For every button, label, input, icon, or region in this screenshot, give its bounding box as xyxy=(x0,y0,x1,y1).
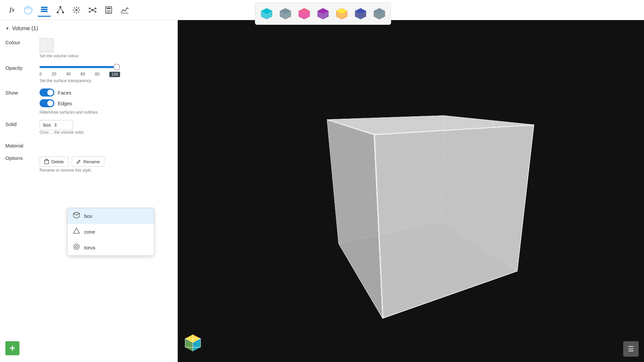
shape-btn-cyan[interactable] xyxy=(258,5,275,22)
svg-point-31 xyxy=(108,10,109,11)
tick-100: 100 xyxy=(109,72,120,77)
layers-icon[interactable] xyxy=(38,3,51,17)
opacity-label: Opacity xyxy=(5,64,36,71)
svg-line-27 xyxy=(93,10,95,11)
delete-label: Delete xyxy=(51,159,64,164)
tick-0: 0 xyxy=(40,72,42,77)
svg-marker-56 xyxy=(73,212,79,215)
edges-toggle[interactable] xyxy=(40,99,54,107)
options-buttons: Delete Rename xyxy=(40,157,172,167)
dropdown-cone-label: cone xyxy=(84,229,95,235)
faces-toggle-row: Faces xyxy=(40,88,172,97)
cube-icon[interactable] xyxy=(21,3,35,17)
solid-select[interactable]: box ⇕ xyxy=(40,120,73,130)
faces-toggle[interactable] xyxy=(40,88,54,97)
solid-content: box ⇕ Choc… the volume solid. xyxy=(40,120,172,136)
shape-btn-magenta[interactable] xyxy=(296,5,313,22)
calculator-icon[interactable] xyxy=(102,3,115,17)
show-hint: Hide/show surfaces and outlines. xyxy=(40,110,172,115)
left-panel: ▼ Volume (1) Colour Set the volume colou… xyxy=(0,20,178,362)
hierarchy-icon[interactable] xyxy=(54,3,67,17)
burst-icon[interactable] xyxy=(70,3,83,17)
svg-point-32 xyxy=(110,10,111,11)
svg-rect-51 xyxy=(45,160,49,164)
svg-rect-4 xyxy=(41,11,48,12)
add-style-button[interactable]: + xyxy=(5,341,19,355)
opacity-thumb[interactable] xyxy=(113,64,120,70)
svg-line-24 xyxy=(90,9,92,10)
opacity-hint: Set the surface transparency. xyxy=(40,78,172,83)
show-content: Faces Edges Hide/show surfaces and outli… xyxy=(40,88,172,115)
svg-line-26 xyxy=(90,10,92,11)
fx-icon[interactable]: fx xyxy=(5,3,19,17)
box-icon xyxy=(72,212,81,221)
svg-point-21 xyxy=(95,7,97,9)
shape-btn-gray[interactable] xyxy=(371,5,388,22)
options-hint: Rename or remove this style. xyxy=(40,168,172,173)
svg-line-8 xyxy=(58,8,60,11)
svg-line-15 xyxy=(74,7,75,9)
dropdown-torus-label: torus xyxy=(84,245,95,250)
dropdown-box-label: box xyxy=(84,213,92,219)
svg-point-22 xyxy=(89,11,91,12)
solid-label: Solid xyxy=(5,120,36,127)
face-left xyxy=(327,119,382,319)
svg-point-20 xyxy=(89,7,91,9)
opacity-content: 0 20 40 60 80 100 Set the surface transp… xyxy=(40,64,172,83)
svg-point-6 xyxy=(57,11,59,13)
dropdown-item-torus[interactable]: torus xyxy=(67,240,154,255)
solid-hint-partial: Choc… the volume solid. xyxy=(40,130,172,136)
material-label: Material xyxy=(5,141,36,148)
tick-40: 40 xyxy=(66,72,70,77)
svg-point-58 xyxy=(74,244,79,249)
options-content: Delete Rename Rename or remove this styl… xyxy=(40,154,172,173)
colour-label: Colour xyxy=(5,38,36,45)
show-row: Show Faces Edges Hide/show surfac xyxy=(5,88,172,115)
rename-button[interactable]: Rename xyxy=(72,157,104,167)
edges-label: Edges xyxy=(58,101,72,106)
torus-icon xyxy=(72,243,81,252)
section-chevron[interactable]: ▼ xyxy=(5,26,9,31)
options-label: Options xyxy=(5,154,36,161)
svg-line-17 xyxy=(78,7,79,9)
svg-line-9 xyxy=(60,8,63,11)
svg-point-33 xyxy=(107,11,108,12)
shape-btn-purple[interactable] xyxy=(314,5,332,22)
colour-swatch[interactable] xyxy=(40,38,54,52)
svg-point-19 xyxy=(92,9,94,11)
svg-line-18 xyxy=(74,11,75,13)
colour-content: Set the volume colour. xyxy=(40,38,172,58)
dropdown-item-cone[interactable]: cone xyxy=(67,224,154,240)
select-arrow-icon: ⇕ xyxy=(54,122,58,128)
section-title: Volume (1) xyxy=(12,25,38,32)
section-header: ▼ Volume (1) xyxy=(5,25,172,32)
delete-button[interactable]: Delete xyxy=(40,157,68,167)
svg-rect-3 xyxy=(41,9,48,10)
svg-point-34 xyxy=(108,11,109,12)
nodes-icon[interactable] xyxy=(86,3,99,17)
svg-point-5 xyxy=(59,6,61,8)
solid-value: box xyxy=(43,122,51,128)
dropdown-item-box[interactable]: box xyxy=(67,208,154,224)
shape-btn-yellow[interactable] xyxy=(333,5,351,22)
svg-line-16 xyxy=(78,11,79,13)
colour-row: Colour Set the volume colour. xyxy=(5,38,172,58)
svg-rect-53 xyxy=(46,159,48,160)
top-toolbar: fx xyxy=(0,0,644,20)
solid-dropdown: box cone torus xyxy=(67,208,154,256)
viewport-menu-button[interactable]: ☰ xyxy=(623,341,639,357)
svg-point-23 xyxy=(95,11,97,12)
svg-point-59 xyxy=(75,246,78,248)
cone-icon xyxy=(72,227,81,236)
shape-btn-darkblue[interactable] xyxy=(352,5,369,22)
faces-label: Faces xyxy=(58,90,71,96)
main-area: ▼ Volume (1) Colour Set the volume colou… xyxy=(0,20,644,362)
mini-cube-icon[interactable] xyxy=(183,333,203,357)
shape-btn-blue[interactable] xyxy=(277,5,294,22)
chart-icon[interactable] xyxy=(118,3,131,17)
tick-80: 80 xyxy=(95,72,99,77)
solid-row: Solid box ⇕ Choc… the volume solid. xyxy=(5,120,172,136)
colour-hint: Set the volume colour. xyxy=(40,54,172,58)
shape-toolbar xyxy=(255,3,391,25)
svg-line-25 xyxy=(93,9,95,10)
